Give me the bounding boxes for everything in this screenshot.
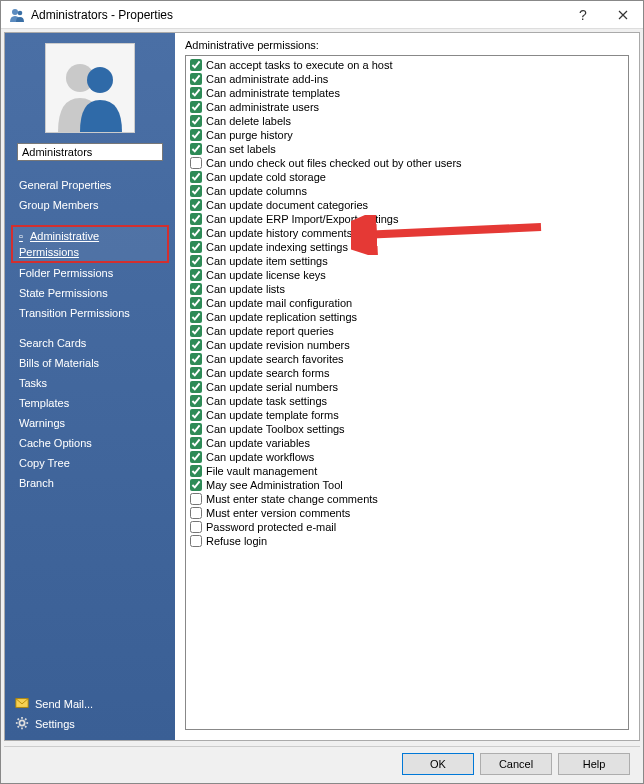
permission-checkbox[interactable]: [190, 423, 202, 435]
permission-row[interactable]: Can purge history: [188, 128, 626, 142]
permission-checkbox[interactable]: [190, 255, 202, 267]
permission-row[interactable]: Can update report queries: [188, 324, 626, 338]
group-name-input[interactable]: [17, 143, 163, 161]
sidebar-item-cache-options[interactable]: Cache Options: [5, 433, 175, 453]
permission-checkbox[interactable]: [190, 409, 202, 421]
permission-checkbox[interactable]: [190, 381, 202, 393]
permission-checkbox[interactable]: [190, 325, 202, 337]
permission-row[interactable]: Can update serial numbers: [188, 380, 626, 394]
svg-point-3: [87, 67, 113, 93]
permission-row[interactable]: Must enter state change comments: [188, 492, 626, 506]
permission-row[interactable]: Can update replication settings: [188, 310, 626, 324]
sidebar-item-copy-tree[interactable]: Copy Tree: [5, 453, 175, 473]
permission-row[interactable]: May see Administration Tool: [188, 478, 626, 492]
permission-checkbox[interactable]: [190, 465, 202, 477]
help-button[interactable]: ?: [563, 1, 603, 29]
permission-row[interactable]: Refuse login: [188, 534, 626, 548]
permission-row[interactable]: Can administrate users: [188, 100, 626, 114]
permission-row[interactable]: Can administrate templates: [188, 86, 626, 100]
sidebar-item-label: Transition Permissions: [19, 307, 130, 319]
permission-checkbox[interactable]: [190, 87, 202, 99]
sidebar-item-templates[interactable]: Templates: [5, 393, 175, 413]
permission-row[interactable]: Can delete labels: [188, 114, 626, 128]
permission-row[interactable]: Password protected e-mail: [188, 520, 626, 534]
permission-checkbox[interactable]: [190, 451, 202, 463]
permission-checkbox[interactable]: [190, 269, 202, 281]
permission-checkbox[interactable]: [190, 241, 202, 253]
permission-checkbox[interactable]: [190, 227, 202, 239]
permission-checkbox[interactable]: [190, 129, 202, 141]
permission-checkbox[interactable]: [190, 479, 202, 491]
permission-checkbox[interactable]: [190, 283, 202, 295]
sidebar-item-group-members[interactable]: Group Members: [5, 195, 175, 215]
permission-checkbox[interactable]: [190, 171, 202, 183]
permission-checkbox[interactable]: [190, 395, 202, 407]
sidebar-item-general-properties[interactable]: General Properties: [5, 175, 175, 195]
permission-row[interactable]: Can update revision numbers: [188, 338, 626, 352]
permission-row[interactable]: Can update license keys: [188, 268, 626, 282]
permissions-list[interactable]: Can accept tasks to execute on a hostCan…: [185, 55, 629, 730]
permission-checkbox[interactable]: [190, 339, 202, 351]
permission-label: Can update Toolbox settings: [206, 422, 345, 436]
sidebar-item-tasks[interactable]: Tasks: [5, 373, 175, 393]
permission-row[interactable]: Can update workflows: [188, 450, 626, 464]
permission-row[interactable]: Can update template forms: [188, 408, 626, 422]
permission-row[interactable]: Can undo check out files checked out by …: [188, 156, 626, 170]
permission-row[interactable]: Can update Toolbox settings: [188, 422, 626, 436]
permission-row[interactable]: Can update lists: [188, 282, 626, 296]
permission-checkbox[interactable]: [190, 59, 202, 71]
settings-link[interactable]: Settings: [15, 714, 165, 734]
sidebar-item-folder-permissions[interactable]: Folder Permissions: [5, 263, 175, 283]
permission-row[interactable]: Can update document categories: [188, 198, 626, 212]
permission-row[interactable]: Can update task settings: [188, 394, 626, 408]
permission-row[interactable]: Must enter version comments: [188, 506, 626, 520]
permission-row[interactable]: Can set labels: [188, 142, 626, 156]
permission-checkbox[interactable]: [190, 535, 202, 547]
send-mail-link[interactable]: Send Mail...: [15, 694, 165, 714]
sidebar-item-search-cards[interactable]: Search Cards: [5, 333, 175, 353]
permission-checkbox[interactable]: [190, 353, 202, 365]
permission-checkbox[interactable]: [190, 297, 202, 309]
cancel-button[interactable]: Cancel: [480, 753, 552, 775]
permission-checkbox[interactable]: [190, 521, 202, 533]
sidebar-item-administrative-permissions[interactable]: ▫Administrative Permissions: [5, 225, 175, 263]
permission-row[interactable]: Can update variables: [188, 436, 626, 450]
permission-row[interactable]: Can accept tasks to execute on a host: [188, 58, 626, 72]
permission-checkbox[interactable]: [190, 185, 202, 197]
permission-row[interactable]: Can update item settings: [188, 254, 626, 268]
permission-checkbox[interactable]: [190, 507, 202, 519]
permission-label: Can update template forms: [206, 408, 339, 422]
sidebar-item-bills-of-materials[interactable]: Bills of Materials: [5, 353, 175, 373]
sidebar-item-transition-permissions[interactable]: Transition Permissions: [5, 303, 175, 323]
permission-checkbox[interactable]: [190, 143, 202, 155]
permission-row[interactable]: File vault management: [188, 464, 626, 478]
permission-row[interactable]: Can update history comments: [188, 226, 626, 240]
permission-row[interactable]: Can update search forms: [188, 366, 626, 380]
permission-checkbox[interactable]: [190, 199, 202, 211]
permission-checkbox[interactable]: [190, 101, 202, 113]
permission-row[interactable]: Can update ERP Import/Export settings: [188, 212, 626, 226]
permission-checkbox[interactable]: [190, 437, 202, 449]
permission-row[interactable]: Can update mail configuration: [188, 296, 626, 310]
permission-row[interactable]: Can update indexing settings: [188, 240, 626, 254]
permission-checkbox[interactable]: [190, 213, 202, 225]
sidebar-item-warnings[interactable]: Warnings: [5, 413, 175, 433]
close-button[interactable]: [603, 1, 643, 29]
permission-checkbox[interactable]: [190, 311, 202, 323]
permission-label: Can update lists: [206, 282, 285, 296]
permission-row[interactable]: Can update columns: [188, 184, 626, 198]
permission-checkbox[interactable]: [190, 157, 202, 169]
sidebar-item-branch[interactable]: Branch: [5, 473, 175, 493]
permission-label: Can update serial numbers: [206, 380, 338, 394]
permission-row[interactable]: Can update search favorites: [188, 352, 626, 366]
ok-button[interactable]: OK: [402, 753, 474, 775]
permission-checkbox[interactable]: [190, 73, 202, 85]
permission-row[interactable]: Can administrate add-ins: [188, 72, 626, 86]
permission-checkbox[interactable]: [190, 367, 202, 379]
permission-row[interactable]: Can update cold storage: [188, 170, 626, 184]
sidebar-item-state-permissions[interactable]: State Permissions: [5, 283, 175, 303]
help-button-bottom[interactable]: Help: [558, 753, 630, 775]
permission-checkbox[interactable]: [190, 115, 202, 127]
svg-point-0: [12, 9, 18, 15]
permission-checkbox[interactable]: [190, 493, 202, 505]
